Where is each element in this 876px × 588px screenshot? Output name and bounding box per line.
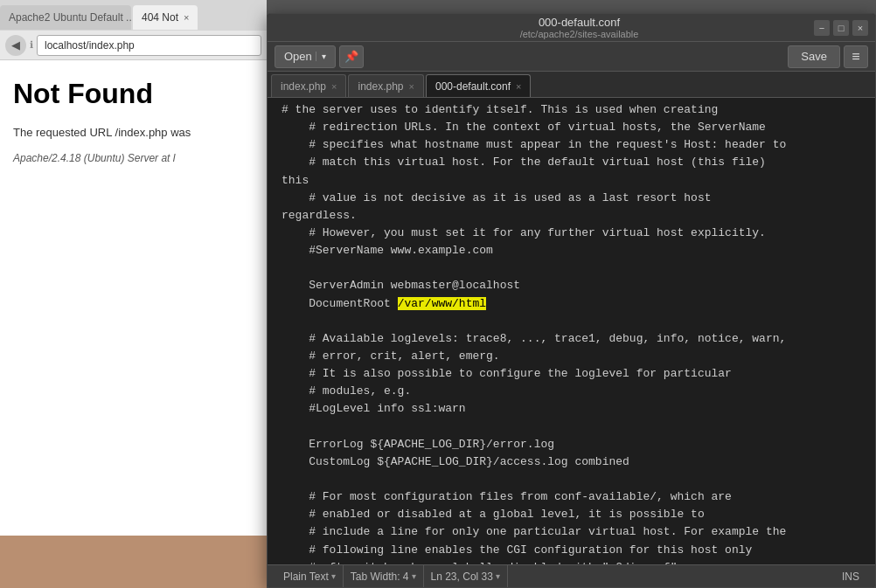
not-found-text-1: The requested URL /index.php was: [13, 126, 191, 139]
editor-title-center: 000-default.conf /etc/apache2/sites-avai…: [344, 16, 814, 39]
tab-width-label: Tab Width: 4: [351, 571, 409, 583]
browser-bottom-image: [0, 536, 267, 588]
editor-window: 000-default.conf /etc/apache2/sites-avai…: [267, 13, 876, 588]
open-dropdown-arrow[interactable]: ▾: [316, 52, 326, 61]
editor-tab-bar: index.php × index.php × 000-default.conf…: [268, 72, 875, 98]
maximize-button[interactable]: □: [833, 20, 849, 36]
open-button-label: Open: [284, 50, 312, 63]
tab-width-status[interactable]: Tab Width: 4 ▾: [344, 565, 424, 587]
save-button[interactable]: Save: [788, 45, 840, 68]
browser-tab-2-close[interactable]: ×: [184, 12, 189, 23]
cursor-arrow: ▾: [496, 571, 500, 581]
editor-tab-3[interactable]: 000-default.conf ×: [426, 74, 532, 97]
not-found-title: Not Found: [13, 78, 254, 110]
cursor-position: Ln 23, Col 33: [431, 571, 493, 583]
open-button[interactable]: Open ▾: [275, 45, 336, 68]
editor-statusbar: Plain Text ▾ Tab Width: 4 ▾ Ln 23, Col 3…: [268, 564, 875, 587]
info-icon: ℹ: [30, 39, 33, 51]
address-text: localhost/index.php: [45, 39, 135, 52]
code-content: # the server uses to identify itself. Th…: [268, 98, 875, 564]
language-label: Plain Text: [283, 571, 329, 583]
language-arrow: ▾: [331, 571, 336, 581]
editor-tab-1-label: index.php: [281, 80, 326, 93]
editor-window-path: /etc/apache2/sites-available: [344, 29, 814, 39]
browser-window: Apache2 Ubuntu Default ... × 404 Not × ◀…: [0, 0, 267, 588]
browser-tab-1-label: Apache2 Ubuntu Default ...: [9, 11, 131, 24]
not-found-body: The requested URL /index.php was: [13, 124, 254, 142]
browser-toolbar: ◀ ℹ localhost/index.php: [0, 31, 267, 60]
pin-button[interactable]: 📌: [339, 45, 364, 68]
browser-tab-1[interactable]: Apache2 Ubuntu Default ... ×: [0, 5, 131, 30]
cursor-status: Ln 23, Col 33 ▾: [424, 565, 508, 587]
language-status[interactable]: Plain Text ▾: [276, 565, 344, 587]
back-button[interactable]: ◀: [5, 35, 26, 56]
editor-window-title: 000-default.conf: [539, 16, 620, 29]
address-bar[interactable]: localhost/index.php: [37, 35, 261, 56]
insert-mode: INS: [842, 571, 859, 583]
editor-tab-2[interactable]: index.php ×: [348, 74, 423, 97]
editor-tab-1-close[interactable]: ×: [331, 81, 337, 92]
ins-status: INS: [835, 565, 866, 587]
not-found-footer: Apache/2.4.18 (Ubuntu) Server at l: [13, 152, 254, 164]
close-button[interactable]: ×: [852, 20, 868, 36]
editor-tab-3-close[interactable]: ×: [516, 81, 521, 92]
browser-tab-2[interactable]: 404 Not ×: [133, 5, 198, 30]
editor-tab-2-label: index.php: [358, 80, 403, 93]
window-controls: − □ ×: [814, 20, 868, 36]
pin-icon: 📌: [344, 50, 358, 63]
editor-titlebar: 000-default.conf /etc/apache2/sites-avai…: [268, 14, 875, 42]
browser-content: Not Found The requested URL /index.php w…: [0, 60, 267, 588]
editor-tab-3-label: 000-default.conf: [435, 80, 511, 93]
editor-tab-1[interactable]: index.php ×: [271, 74, 346, 97]
browser-tab-bar: Apache2 Ubuntu Default ... × 404 Not ×: [0, 0, 267, 31]
editor-menubar: Open ▾ 📌 Save ≡: [268, 42, 875, 72]
editor-body[interactable]: # the server uses to identify itself. Th…: [268, 98, 875, 564]
highlighted-path: /var/www/html: [398, 297, 486, 310]
browser-tab-2-label: 404 Not: [142, 11, 178, 24]
minimize-button[interactable]: −: [814, 20, 830, 36]
editor-tab-2-close[interactable]: ×: [409, 81, 414, 92]
tab-width-arrow: ▾: [412, 571, 416, 581]
hamburger-button[interactable]: ≡: [844, 45, 868, 68]
